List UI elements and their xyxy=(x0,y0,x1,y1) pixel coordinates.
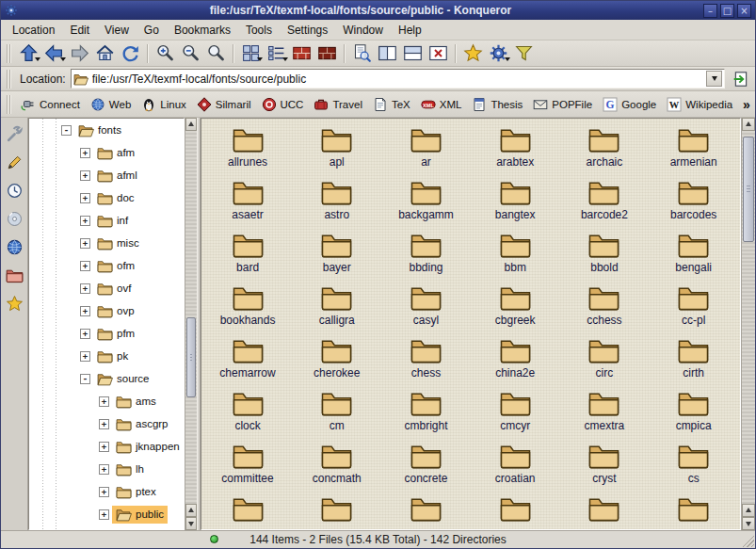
folder-row8-5[interactable] xyxy=(560,492,650,530)
folder-backgamm[interactable]: backgamm xyxy=(381,175,471,228)
bookmark-xml[interactable]: XML xyxy=(416,95,467,114)
bookmark-ucc[interactable]: UCC xyxy=(257,95,309,114)
tree-expander[interactable]: + xyxy=(80,170,90,181)
sidebar-tab-history[interactable] xyxy=(3,179,25,202)
folder-bookhands[interactable]: bookhands xyxy=(203,281,293,333)
tree-item-fonts[interactable]: - fonts xyxy=(29,119,184,141)
folder-row8-2[interactable] xyxy=(292,492,381,530)
dark-bricks-button[interactable] xyxy=(314,41,339,66)
view-scrollbar[interactable] xyxy=(741,118,755,530)
menu-settings[interactable]: Settings xyxy=(280,22,335,39)
folder-cs[interactable]: cs xyxy=(649,439,738,492)
scrollbar-track[interactable] xyxy=(185,131,197,504)
folder-bbding[interactable]: bbding xyxy=(381,228,471,281)
tree-item-afm[interactable]: + afm xyxy=(29,141,184,164)
scroll-up-button[interactable] xyxy=(185,118,197,131)
sidebar-tab-root-folder[interactable] xyxy=(3,264,25,286)
close-view-button[interactable] xyxy=(426,41,450,66)
tree-expander[interactable]: + xyxy=(80,238,90,249)
bookmark-wikipedia[interactable]: Wikipedia xyxy=(662,95,737,114)
filter-button[interactable] xyxy=(511,41,536,66)
sidebar-tab-bookmarks[interactable] xyxy=(3,292,25,315)
go-button[interactable] xyxy=(730,68,752,90)
menu-go[interactable]: Go xyxy=(137,22,167,39)
folder-cmextra[interactable]: cmextra xyxy=(560,386,650,439)
scrollbar-thumb[interactable] xyxy=(743,137,754,242)
menu-location[interactable]: Location xyxy=(5,22,62,39)
tree-item-ascgrp[interactable]: + ascgrp xyxy=(29,412,184,435)
location-input[interactable]: file:/usr/TeX/texmf-local/fonts/source/p… xyxy=(71,69,725,89)
folder-ar[interactable]: ar xyxy=(381,122,471,175)
tree-item-jknappen[interactable]: + jknappen xyxy=(29,435,184,458)
tree-item-misc[interactable]: + misc xyxy=(29,232,184,254)
folder-chemarrow[interactable]: chemarrow xyxy=(203,333,293,386)
forward-button[interactable] xyxy=(67,41,91,66)
scroll-up-button[interactable] xyxy=(185,504,197,517)
sidebar-tab-network[interactable] xyxy=(3,235,25,258)
zoom-out-button[interactable] xyxy=(178,41,202,66)
folder-barcode2[interactable]: barcode2 xyxy=(560,175,650,228)
tree-scrollbar[interactable] xyxy=(185,118,197,530)
menu-edit[interactable]: Edit xyxy=(62,22,97,39)
tree-item-source[interactable]: - source xyxy=(29,367,184,390)
bookmark-silmaril[interactable]: Silmaril xyxy=(192,95,256,114)
menu-window[interactable]: Window xyxy=(335,22,391,39)
tree-expander[interactable]: + xyxy=(80,306,90,316)
folder-clock[interactable]: clock xyxy=(203,386,293,439)
tree-expander[interactable]: + xyxy=(80,216,90,226)
resize-grip[interactable] xyxy=(741,534,754,547)
tree-expander[interactable]: - xyxy=(80,374,90,384)
bookmark-linux[interactable]: Linux xyxy=(137,95,191,114)
reload-button[interactable] xyxy=(118,41,142,66)
tree-item-doc[interactable]: + doc xyxy=(29,186,184,209)
folder-cmbright[interactable]: cmbright xyxy=(381,386,471,439)
bookmark-google[interactable]: Google xyxy=(598,95,661,114)
scroll-up-button[interactable] xyxy=(742,118,755,131)
folder-calligra[interactable]: calligra xyxy=(292,281,381,333)
folder-cirth[interactable]: cirth xyxy=(649,333,738,386)
sidebar-tab-tools[interactable] xyxy=(3,122,25,145)
tree-expander[interactable]: + xyxy=(80,148,90,158)
tree-item-ams[interactable]: + ams xyxy=(29,390,184,412)
konqueror-gear-button[interactable] xyxy=(486,41,510,66)
tree-expander[interactable]: + xyxy=(99,396,109,407)
tree-item-ofm[interactable]: + ofm xyxy=(29,254,184,277)
folder-cm[interactable]: cm xyxy=(292,386,381,439)
tree-expander[interactable]: - xyxy=(61,125,72,136)
tree-item-ovp[interactable]: + ovp xyxy=(29,299,184,322)
scroll-up-button[interactable] xyxy=(742,504,755,517)
tree-expander[interactable]: + xyxy=(80,329,90,339)
folder-concrete[interactable]: concrete xyxy=(381,439,471,492)
minimize-button[interactable]: – xyxy=(703,4,717,18)
folder-arabtex[interactable]: arabtex xyxy=(471,122,560,175)
folder-archaic[interactable]: archaic xyxy=(560,122,650,175)
folder-allrunes[interactable]: allrunes xyxy=(203,122,293,175)
tree-item-ovf[interactable]: + ovf xyxy=(29,277,184,299)
split-view-top-bottom-button[interactable] xyxy=(400,41,425,66)
bookmark-overflow-button[interactable]: » xyxy=(738,97,755,112)
split-view-left-right-button[interactable] xyxy=(375,41,399,66)
tree-item-lh[interactable]: + lh xyxy=(29,458,184,480)
folder-concmath[interactable]: concmath xyxy=(292,439,381,492)
tree-item-ptex[interactable]: + ptex xyxy=(29,480,184,503)
close-button[interactable]: × xyxy=(737,4,751,18)
tree-expander[interactable]: + xyxy=(80,283,90,294)
tree-item-inf[interactable]: + inf xyxy=(29,209,184,232)
folder-cc-pl[interactable]: cc-pl xyxy=(649,281,738,333)
tree-expander[interactable]: + xyxy=(80,193,90,203)
sidebar-tab-annotate[interactable] xyxy=(3,151,25,173)
folder-cmcyr[interactable]: cmcyr xyxy=(471,386,560,439)
folder-bbm[interactable]: bbm xyxy=(471,228,560,281)
folder-circ[interactable]: circ xyxy=(560,333,650,386)
folder-apl[interactable]: apl xyxy=(292,122,381,175)
scrollbar-track[interactable] xyxy=(742,131,755,504)
red-bricks-button[interactable] xyxy=(289,41,314,66)
folder-barcodes[interactable]: barcodes xyxy=(649,175,738,228)
scrollbar-thumb[interactable] xyxy=(186,317,196,397)
bookmark-tex[interactable]: TeX xyxy=(368,95,415,114)
home-button[interactable] xyxy=(92,41,117,66)
folder-cherokee[interactable]: cherokee xyxy=(292,333,381,386)
preview-button[interactable] xyxy=(349,41,374,66)
scroll-down-button[interactable] xyxy=(185,517,197,530)
tree-item-public[interactable]: + public xyxy=(29,503,184,525)
